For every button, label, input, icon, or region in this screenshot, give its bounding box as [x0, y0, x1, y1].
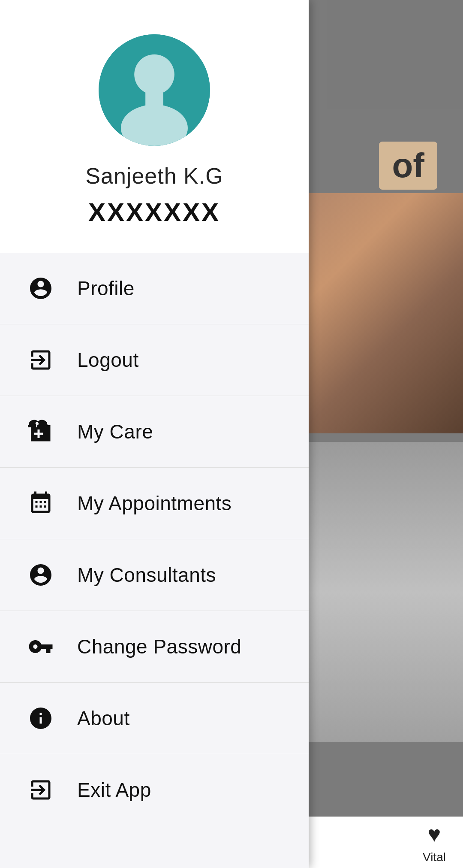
profile-masked-id: XXXXXXX [88, 197, 220, 227]
menu-label-change-password: Change Password [77, 635, 241, 658]
menu-label-my-care: My Care [77, 420, 153, 443]
bg-of-text: of [379, 142, 437, 190]
vital-nav-label: Vital [423, 850, 446, 864]
menu-item-profile[interactable]: Profile [0, 253, 309, 324]
menu-item-change-password[interactable]: Change Password [0, 611, 309, 683]
menu-item-my-consultants[interactable]: My Consultants [0, 539, 309, 611]
bg-image-top [292, 193, 463, 433]
key-icon [26, 632, 56, 662]
side-drawer: Sanjeeth K.G XXXXXXX Profile Logout [0, 0, 309, 868]
consultant-icon [26, 560, 56, 590]
calendar-icon [26, 488, 56, 518]
medical-bag-icon [26, 417, 56, 447]
menu-item-my-care[interactable]: My Care [0, 396, 309, 468]
menu-label-profile: Profile [77, 277, 135, 300]
menu-item-about[interactable]: About [0, 683, 309, 754]
bottom-nav-bar: ♥ Vital [292, 817, 463, 868]
avatar[interactable] [99, 34, 210, 146]
person-circle-icon [26, 273, 56, 303]
svg-point-1 [134, 54, 174, 95]
profile-name: Sanjeeth K.G [85, 163, 223, 189]
info-icon [26, 703, 56, 733]
menu-label-exit-app: Exit App [77, 778, 151, 801]
vital-nav-item[interactable]: ♥ Vital [423, 821, 446, 864]
menu-item-exit-app[interactable]: Exit App [0, 754, 309, 826]
profile-section: Sanjeeth K.G XXXXXXX [0, 0, 309, 253]
menu-list: Profile Logout My Care [0, 253, 309, 868]
menu-label-my-consultants: My Consultants [77, 563, 216, 587]
bg-image-bottom [292, 442, 463, 742]
menu-label-logout: Logout [77, 348, 139, 372]
menu-item-my-appointments[interactable]: My Appointments [0, 468, 309, 539]
menu-label-about: About [77, 707, 130, 730]
menu-label-my-appointments: My Appointments [77, 492, 232, 515]
avatar-silhouette-icon [99, 34, 210, 146]
exit-icon [26, 775, 56, 805]
svg-rect-3 [145, 90, 163, 106]
heart-icon: ♥ [428, 821, 441, 847]
menu-item-logout[interactable]: Logout [0, 324, 309, 396]
logout-icon [26, 345, 56, 375]
